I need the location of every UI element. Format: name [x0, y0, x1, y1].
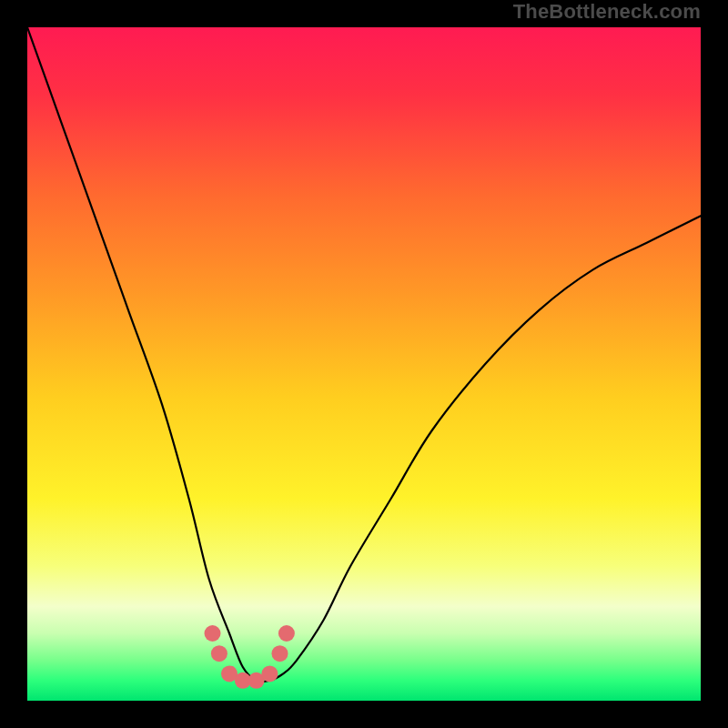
svg-rect-0 [27, 27, 701, 701]
chart-frame: TheBottleneck.com [0, 0, 728, 728]
watermark-text: TheBottleneck.com [513, 0, 701, 24]
background-gradient [27, 27, 701, 701]
plot-area [27, 27, 701, 701]
